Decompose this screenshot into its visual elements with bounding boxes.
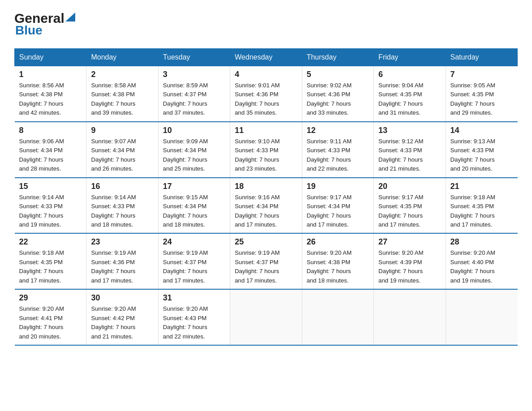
day-number: 8 — [19, 126, 82, 135]
day-info: Sunrise: 9:14 AMSunset: 4:33 PMDaylight:… — [19, 193, 82, 230]
logo: General Blue — [14, 11, 75, 38]
day-number: 24 — [163, 237, 225, 247]
day-info: Sunrise: 8:56 AMSunset: 4:38 PMDaylight:… — [19, 81, 82, 118]
day-info: Sunrise: 9:17 AMSunset: 4:34 PMDaylight:… — [307, 193, 369, 230]
header-sunday: Sunday — [15, 49, 86, 66]
day-info: Sunrise: 9:10 AMSunset: 4:33 PMDaylight:… — [235, 137, 297, 174]
calendar-cell: 1Sunrise: 8:56 AMSunset: 4:38 PMDaylight… — [15, 66, 86, 122]
day-number: 27 — [378, 237, 441, 247]
calendar-cell: 11Sunrise: 9:10 AMSunset: 4:33 PMDayligh… — [230, 122, 302, 178]
day-number: 7 — [450, 70, 513, 79]
calendar-week-2: 8Sunrise: 9:06 AMSunset: 4:34 PMDaylight… — [15, 122, 518, 178]
calendar-cell: 5Sunrise: 9:02 AMSunset: 4:36 PMDaylight… — [302, 66, 373, 122]
calendar-cell: 24Sunrise: 9:19 AMSunset: 4:37 PMDayligh… — [158, 233, 230, 289]
day-info: Sunrise: 9:13 AMSunset: 4:33 PMDaylight:… — [450, 137, 513, 174]
calendar-cell: 2Sunrise: 8:58 AMSunset: 4:38 PMDaylight… — [86, 66, 158, 122]
calendar-cell — [446, 289, 517, 345]
day-info: Sunrise: 8:59 AMSunset: 4:37 PMDaylight:… — [163, 81, 225, 118]
day-number: 13 — [378, 126, 441, 135]
day-number: 1 — [19, 70, 82, 79]
day-number: 23 — [91, 237, 153, 247]
day-info: Sunrise: 9:07 AMSunset: 4:34 PMDaylight:… — [91, 137, 153, 174]
logo-blue-text: Blue — [15, 23, 43, 38]
day-number: 31 — [163, 293, 225, 303]
header-saturday: Saturday — [446, 49, 517, 66]
calendar-cell: 18Sunrise: 9:16 AMSunset: 4:34 PMDayligh… — [230, 178, 302, 234]
day-info: Sunrise: 9:14 AMSunset: 4:33 PMDaylight:… — [91, 193, 153, 230]
day-number: 3 — [163, 70, 225, 79]
day-info: Sunrise: 9:20 AMSunset: 4:41 PMDaylight:… — [19, 304, 82, 341]
calendar-cell — [374, 289, 446, 345]
calendar-cell: 25Sunrise: 9:19 AMSunset: 4:37 PMDayligh… — [230, 233, 302, 289]
day-number: 5 — [307, 70, 369, 79]
calendar-cell: 20Sunrise: 9:17 AMSunset: 4:35 PMDayligh… — [374, 178, 446, 234]
day-info: Sunrise: 9:12 AMSunset: 4:33 PMDaylight:… — [378, 137, 441, 174]
day-info: Sunrise: 9:20 AMSunset: 4:42 PMDaylight:… — [91, 304, 153, 341]
calendar-cell: 22Sunrise: 9:18 AMSunset: 4:35 PMDayligh… — [15, 233, 86, 289]
day-info: Sunrise: 9:01 AMSunset: 4:36 PMDaylight:… — [235, 81, 297, 118]
day-info: Sunrise: 9:19 AMSunset: 4:37 PMDaylight:… — [235, 248, 297, 285]
day-number: 17 — [163, 182, 225, 191]
day-number: 9 — [91, 126, 153, 135]
day-info: Sunrise: 9:20 AMSunset: 4:40 PMDaylight:… — [450, 248, 513, 285]
calendar-cell: 3Sunrise: 8:59 AMSunset: 4:37 PMDaylight… — [158, 66, 230, 122]
day-info: Sunrise: 9:18 AMSunset: 4:35 PMDaylight:… — [19, 248, 82, 285]
header-wednesday: Wednesday — [230, 49, 302, 66]
day-number: 29 — [19, 293, 82, 303]
calendar-cell: 13Sunrise: 9:12 AMSunset: 4:33 PMDayligh… — [374, 122, 446, 178]
day-number: 2 — [91, 70, 153, 79]
day-info: Sunrise: 8:58 AMSunset: 4:38 PMDaylight:… — [91, 81, 153, 118]
day-info: Sunrise: 9:15 AMSunset: 4:34 PMDaylight:… — [163, 193, 225, 230]
calendar-cell: 27Sunrise: 9:20 AMSunset: 4:39 PMDayligh… — [374, 233, 446, 289]
calendar-cell: 17Sunrise: 9:15 AMSunset: 4:34 PMDayligh… — [158, 178, 230, 234]
day-number: 20 — [378, 182, 441, 191]
calendar-cell: 4Sunrise: 9:01 AMSunset: 4:36 PMDaylight… — [230, 66, 302, 122]
day-number: 28 — [450, 237, 513, 247]
day-info: Sunrise: 9:11 AMSunset: 4:33 PMDaylight:… — [307, 137, 369, 174]
calendar-cell: 15Sunrise: 9:14 AMSunset: 4:33 PMDayligh… — [15, 178, 86, 234]
day-number: 16 — [91, 182, 153, 191]
day-number: 30 — [91, 293, 153, 303]
header-tuesday: Tuesday — [158, 49, 230, 66]
day-info: Sunrise: 9:20 AMSunset: 4:39 PMDaylight:… — [378, 248, 441, 285]
day-number: 12 — [307, 126, 369, 135]
day-number: 4 — [235, 70, 297, 79]
calendar-cell: 12Sunrise: 9:11 AMSunset: 4:33 PMDayligh… — [302, 122, 373, 178]
calendar-cell: 6Sunrise: 9:04 AMSunset: 4:35 PMDaylight… — [374, 66, 446, 122]
calendar-cell: 23Sunrise: 9:19 AMSunset: 4:36 PMDayligh… — [86, 233, 158, 289]
day-number: 15 — [19, 182, 82, 191]
day-info: Sunrise: 9:16 AMSunset: 4:34 PMDaylight:… — [235, 193, 297, 230]
calendar-week-5: 29Sunrise: 9:20 AMSunset: 4:41 PMDayligh… — [15, 289, 518, 345]
calendar-cell — [230, 289, 302, 345]
day-info: Sunrise: 9:19 AMSunset: 4:37 PMDaylight:… — [163, 248, 225, 285]
day-number: 11 — [235, 126, 297, 135]
calendar-cell: 7Sunrise: 9:05 AMSunset: 4:35 PMDaylight… — [446, 66, 517, 122]
logo-triangle-icon — [65, 13, 75, 21]
day-number: 19 — [307, 182, 369, 191]
day-info: Sunrise: 9:17 AMSunset: 4:35 PMDaylight:… — [378, 193, 441, 230]
svg-marker-0 — [65, 13, 75, 21]
header-monday: Monday — [86, 49, 158, 66]
day-info: Sunrise: 9:20 AMSunset: 4:43 PMDaylight:… — [163, 304, 225, 341]
day-info: Sunrise: 9:05 AMSunset: 4:35 PMDaylight:… — [450, 81, 513, 118]
calendar-week-3: 15Sunrise: 9:14 AMSunset: 4:33 PMDayligh… — [15, 178, 518, 234]
calendar-cell: 21Sunrise: 9:18 AMSunset: 4:35 PMDayligh… — [446, 178, 517, 234]
day-number: 25 — [235, 237, 297, 247]
day-number: 10 — [163, 126, 225, 135]
calendar-cell: 19Sunrise: 9:17 AMSunset: 4:34 PMDayligh… — [302, 178, 373, 234]
day-info: Sunrise: 9:18 AMSunset: 4:35 PMDaylight:… — [450, 193, 513, 230]
page-header: General Blue — [14, 11, 518, 38]
day-info: Sunrise: 9:06 AMSunset: 4:34 PMDaylight:… — [19, 137, 82, 174]
day-number: 26 — [307, 237, 369, 247]
day-number: 18 — [235, 182, 297, 191]
calendar-week-1: 1Sunrise: 8:56 AMSunset: 4:38 PMDaylight… — [15, 66, 518, 122]
day-number: 22 — [19, 237, 82, 247]
day-number: 21 — [450, 182, 513, 191]
calendar-cell: 31Sunrise: 9:20 AMSunset: 4:43 PMDayligh… — [158, 289, 230, 345]
day-info: Sunrise: 9:09 AMSunset: 4:34 PMDaylight:… — [163, 137, 225, 174]
day-info: Sunrise: 9:19 AMSunset: 4:36 PMDaylight:… — [91, 248, 153, 285]
calendar-cell: 28Sunrise: 9:20 AMSunset: 4:40 PMDayligh… — [446, 233, 517, 289]
calendar-header-row: SundayMondayTuesdayWednesdayThursdayFrid… — [15, 49, 518, 66]
calendar-week-4: 22Sunrise: 9:18 AMSunset: 4:35 PMDayligh… — [15, 233, 518, 289]
day-info: Sunrise: 9:20 AMSunset: 4:38 PMDaylight:… — [307, 248, 369, 285]
